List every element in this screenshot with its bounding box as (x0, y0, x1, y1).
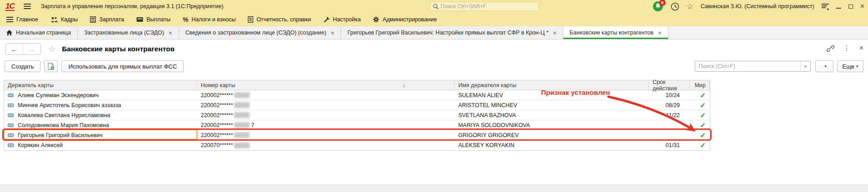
bank-card-icon (8, 103, 14, 107)
table-row[interactable]: Минчев Аристотель Борисович аззазза 2200… (4, 100, 710, 110)
table-row[interactable]: Корякин Алексей 220070****** ALEKSEY KOR… (4, 140, 710, 150)
cell-holder-name: SULEMAN ALIEV (458, 92, 503, 98)
menu-item-reports[interactable]: Отчетность, справки (248, 16, 311, 23)
column-header-holder[interactable]: Держатель карты (4, 80, 197, 90)
use-for-direct-fss-button[interactable]: Использовать для прямых выплат ФСС (61, 60, 184, 72)
salary-icon (90, 16, 96, 23)
cell-card-number: 220070****** (201, 142, 233, 148)
table-row[interactable]: Ковалева Светлана Нурисламовна 220002***… (4, 110, 710, 120)
column-header-card-number[interactable]: Номер карты (197, 80, 454, 90)
mir-check-icon: ✓ (700, 131, 706, 139)
1c-logo-icon: 1С (5, 2, 15, 11)
cell-card-number: 220002****** (201, 112, 233, 118)
settings-icon (323, 16, 330, 23)
redacted-digits (234, 112, 250, 118)
search-icon (433, 4, 439, 10)
forward-button[interactable]: → (23, 44, 40, 54)
menu-item-administration[interactable]: Администрирование (373, 16, 437, 23)
reports-icon (248, 16, 253, 23)
table-row[interactable]: Солодовникова Мария Пахомовна 220002****… (4, 120, 710, 130)
advanced-search-button[interactable]: ▾ (815, 60, 833, 72)
window-close-button[interactable]: × (860, 3, 864, 10)
page-title: Банковские карты контрагентов (62, 45, 175, 53)
cell-holder: Солодовникова Мария Пахомовна (18, 122, 109, 128)
status-strip (0, 185, 868, 192)
document-plus-icon (48, 63, 55, 70)
more-actions-button[interactable]: Еще ▾ (837, 60, 863, 72)
redacted-digits (234, 102, 250, 108)
global-search-box[interactable] (430, 2, 539, 11)
window-title: Зарплата и управление персоналом, редакц… (41, 3, 224, 10)
window-minimize-button[interactable] (836, 8, 841, 9)
personalize-icon[interactable] (822, 4, 829, 9)
taxes-icon: % (183, 16, 188, 23)
window-maximize-button[interactable] (848, 5, 853, 9)
global-search-input[interactable] (441, 3, 527, 10)
menu-item-main[interactable]: Главное (6, 16, 38, 23)
current-user[interactable]: Савинская З.Ю. (Системный программист) (701, 3, 814, 10)
main-menu-icon[interactable] (24, 4, 31, 9)
cell-card-suffix: 7 (251, 122, 254, 128)
cell-holder: Григорьев Григорий Васильевич (18, 132, 103, 138)
caret-down-icon: ▾ (824, 64, 827, 69)
bank-card-icon (8, 94, 14, 97)
form-close-icon[interactable]: × (859, 44, 863, 52)
create-by-copy-button[interactable] (44, 60, 58, 72)
payments-icon (136, 17, 143, 22)
table-header-row: Держатель карты Номер карты Имя держател… (4, 80, 710, 90)
get-link-icon[interactable] (827, 45, 834, 52)
tab-close-icon[interactable]: × (331, 30, 335, 36)
redacted-digits (234, 132, 250, 138)
cell-holder-name: MARIYA SOLODOVNIKOVA (458, 122, 530, 128)
cell-holder-name: ARISTOTEL MINCHEV (458, 102, 517, 108)
column-header-holder-name[interactable]: Имя держателя карты (455, 80, 649, 90)
menu-item-salary[interactable]: Зарплата (90, 16, 124, 23)
history-icon[interactable] (671, 2, 679, 11)
tab-bank-cards[interactable]: Банковские карты контрагентов × (563, 26, 668, 39)
menu-item-settings[interactable]: Настройка (323, 16, 361, 23)
open-windows-tabbar: Начальная страница Застрахованные лица (… (0, 26, 868, 39)
tab-insured-person-info[interactable]: Сведения о застрахованном лице (СЭДО) (с… (179, 26, 341, 39)
tab-close-icon[interactable]: × (553, 30, 557, 36)
sort-descending-icon: ↓ (402, 80, 405, 90)
notifications-button[interactable]: 8 (653, 1, 663, 12)
cell-holder: Алиев Сулеман Эскендерович (18, 92, 99, 98)
bank-cards-page: ← → ☆ Банковские карты контрагентов ⋮ × … (0, 39, 868, 185)
cell-expiry: 11/22 (666, 112, 680, 118)
column-header-expiry[interactable]: Срок действия (649, 80, 690, 90)
tab-grigoriev-settings[interactable]: Григорьев Григорий Васильевич: Настройки… (341, 26, 563, 39)
tab-label: Банковские карты контрагентов (570, 30, 653, 36)
main-sections-icon (6, 17, 13, 22)
toolbar-right-group: × ▾ Еще ▾ (695, 60, 863, 72)
bank-card-icon (8, 123, 14, 127)
tab-close-icon[interactable]: × (169, 30, 172, 36)
add-to-favorites-icon[interactable]: ☆ (48, 44, 55, 54)
list-toolbar: Создать Использовать для прямых выплат Ф… (5, 60, 863, 73)
tab-home[interactable]: Начальная страница (0, 26, 78, 39)
staff-icon (50, 17, 58, 23)
menu-label: Кадры (61, 16, 78, 23)
tab-insured-persons[interactable]: Застрахованные лица (СЭДО) × (78, 26, 179, 39)
tab-close-icon[interactable]: × (658, 30, 662, 36)
table-row-selected-grigoriev[interactable]: Григорьев Григорий Васильевич 220002****… (4, 130, 710, 140)
menu-item-staff[interactable]: Кадры (50, 16, 78, 23)
clear-search-icon[interactable]: × (800, 61, 810, 71)
cell-holder: Корякин Алексей (18, 142, 63, 148)
more-menu-icon[interactable]: ⋮ (843, 44, 850, 52)
menu-label: Настройка (333, 16, 361, 23)
menu-item-payments[interactable]: Выплаты (136, 16, 171, 23)
back-button[interactable]: ← (6, 44, 23, 54)
notification-badge: 8 (659, 0, 666, 6)
column-header-mir[interactable]: Мир (690, 80, 710, 90)
cell-holder: Минчев Аристотель Борисович аззазза (18, 102, 121, 108)
more-label: Еще (843, 63, 854, 70)
cell-holder-name: SVETLANA BAZHOVA (458, 112, 516, 118)
create-button[interactable]: Создать (5, 60, 40, 72)
redacted-digits (234, 143, 250, 148)
favorites-icon[interactable]: ☆ (687, 3, 693, 10)
table-row[interactable]: Алиев Сулеман Эскендерович 220002****** … (4, 90, 710, 100)
list-search-input[interactable] (695, 63, 800, 69)
menu-item-taxes[interactable]: % Налоги и взносы (183, 16, 236, 23)
cell-card-number: 220002****** (201, 132, 233, 138)
cell-holder-name: ALEKSEY KORYAKIN (458, 142, 515, 148)
